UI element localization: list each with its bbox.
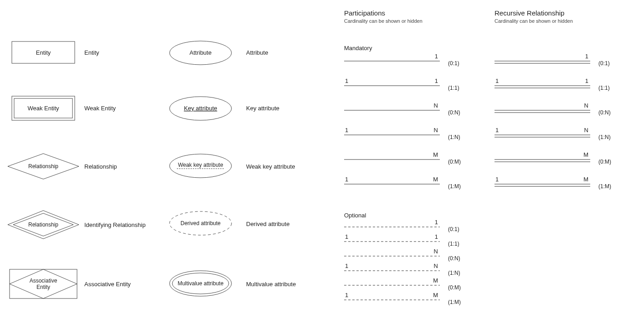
cardinality-row: N (0:N) xyxy=(495,100,631,125)
svg-text:1: 1 xyxy=(345,176,348,183)
cardinality-row: N (0:N) xyxy=(344,247,481,262)
cardinality-text: (0:N) xyxy=(448,109,460,116)
multivalue-attribute-shape: Multivalue attribute xyxy=(169,270,232,297)
weak-key-attribute-shape-text: Weak key attribute xyxy=(178,162,223,168)
cardinality-row: 1 (0:1) xyxy=(495,51,631,76)
svg-text:1: 1 xyxy=(345,233,348,240)
derived-attribute-label: Derived attribute xyxy=(246,221,289,227)
entity-label: Entity xyxy=(84,49,99,56)
recursive-rows: 1 (0:1) 1 1 (1:1) N (0:N) 1 N (1:N) xyxy=(495,51,631,199)
participations-subtitle: Cardinality can be shown or hidden xyxy=(344,18,422,24)
svg-text:1: 1 xyxy=(495,176,499,183)
cardinality-text: (0:1) xyxy=(448,60,459,67)
relationship-shape: Relationship xyxy=(7,153,80,180)
cardinality-row: M (0:M) xyxy=(344,276,481,291)
cardinality-row: 1 1 (1:1) xyxy=(495,76,631,100)
cardinality-text: (1:N) xyxy=(598,134,611,140)
svg-text:Entity: Entity xyxy=(36,284,50,290)
cardinality-row: 1 N (1:N) xyxy=(344,125,481,149)
svg-text:1: 1 xyxy=(585,53,588,60)
participations-title: Participations xyxy=(344,9,385,17)
identifying-relationship-shape-text: Relationship xyxy=(28,221,58,228)
cardinality-text: (1:1) xyxy=(598,85,610,91)
cardinality-row: 1 M (1:M) xyxy=(344,174,481,199)
cardinality-text: (0:M) xyxy=(598,159,611,165)
cardinality-text: (1:M) xyxy=(598,183,611,190)
cardinality-text: (1:M) xyxy=(448,299,461,305)
svg-text:1: 1 xyxy=(345,127,348,134)
weak-key-attribute-label: Weak key attribute xyxy=(246,163,295,170)
svg-text:M: M xyxy=(583,176,588,183)
svg-text:1: 1 xyxy=(495,77,499,84)
svg-text:N: N xyxy=(434,102,438,109)
derived-attribute-shape: Derived attribute xyxy=(169,211,232,236)
svg-text:1: 1 xyxy=(345,262,348,269)
svg-text:N: N xyxy=(434,248,438,255)
svg-text:N: N xyxy=(584,102,588,109)
svg-text:N: N xyxy=(584,127,588,134)
cardinality-text: (0:N) xyxy=(598,109,611,116)
cardinality-text: (1:1) xyxy=(448,85,459,91)
weak-entity-shape-text: Weak Entity xyxy=(27,105,59,112)
cardinality-text: (0:N) xyxy=(448,255,460,262)
cardinality-row: 1 (0:1) xyxy=(344,51,481,76)
cardinality-row: 1 N (1:N) xyxy=(344,262,481,276)
cardinality-row: 1 M (1:M) xyxy=(344,291,481,305)
cardinality-row: 1 1 (1:1) xyxy=(344,76,481,100)
mandatory-title: Mandatory xyxy=(344,45,372,51)
cardinality-text: (1:M) xyxy=(448,183,461,190)
cardinality-text: (1:1) xyxy=(448,241,459,247)
identifying-relationship-shape: Relationship xyxy=(7,210,80,240)
cardinality-text: (0:1) xyxy=(598,60,610,67)
recursive-title: Recursive Relationship xyxy=(495,9,564,17)
cardinality-text: (0:M) xyxy=(448,159,461,165)
svg-text:M: M xyxy=(433,176,438,183)
svg-text:M: M xyxy=(433,151,438,158)
svg-text:1: 1 xyxy=(435,233,438,240)
key-attribute-shape-text: Key attribute xyxy=(184,105,217,112)
cardinality-row: 1 (0:1) xyxy=(344,218,481,232)
cardinality-row: N (0:N) xyxy=(344,100,481,125)
recursive-subtitle: Cardinality can be shown or hidden xyxy=(495,18,573,24)
svg-text:1: 1 xyxy=(585,77,588,84)
attribute-shape-text: Attribute xyxy=(190,49,211,56)
svg-text:1: 1 xyxy=(345,292,348,298)
derived-attribute-shape-text: Derived attribute xyxy=(180,220,221,226)
key-attribute-label: Key attribute xyxy=(246,105,279,112)
associative-entity-label: Associative Entity xyxy=(84,281,131,288)
multivalue-attribute-shape-text: Multivalue attribute xyxy=(178,280,224,287)
svg-text:Associative: Associative xyxy=(30,278,57,284)
weak-entity-shape: Weak Entity xyxy=(11,96,75,121)
attribute-shape: Attribute xyxy=(169,40,232,66)
svg-text:M: M xyxy=(583,151,588,158)
entity-shape: Entity xyxy=(11,41,75,64)
optional-rows: 1 (0:1) 1 1 (1:1) N (0:N) 1 N (1:N) xyxy=(344,218,481,305)
weak-entity-label: Weak Entity xyxy=(84,105,116,112)
cardinality-row: 1 1 (1:1) xyxy=(344,232,481,247)
mandatory-rows: 1 (0:1) 1 1 (1:1) N (0:N) 1 N (1:N) xyxy=(344,51,481,199)
cardinality-row: M (0:M) xyxy=(495,149,631,174)
attribute-label: Attribute xyxy=(246,49,268,56)
svg-text:1: 1 xyxy=(495,127,499,134)
cardinality-text: (0:1) xyxy=(448,226,459,232)
cardinality-row: 1 N (1:N) xyxy=(495,125,631,149)
svg-text:1: 1 xyxy=(435,53,438,60)
svg-text:N: N xyxy=(434,127,438,134)
cardinality-text: (0:M) xyxy=(448,284,461,291)
cardinality-text: (1:N) xyxy=(448,134,460,140)
svg-text:N: N xyxy=(434,262,438,269)
associative-entity-shape: Associative Entity xyxy=(9,269,77,299)
svg-text:M: M xyxy=(433,277,438,284)
entity-shape-text: Entity xyxy=(36,49,51,56)
svg-text:1: 1 xyxy=(435,219,438,226)
key-attribute-shape: Key attribute xyxy=(169,96,232,121)
identifying-relationship-label: Identifying Relationship xyxy=(84,221,145,228)
svg-text:1: 1 xyxy=(345,77,348,84)
svg-text:1: 1 xyxy=(435,77,438,84)
cardinality-text: (1:N) xyxy=(448,270,460,276)
cardinality-row: 1 M (1:M) xyxy=(495,174,631,199)
cardinality-row: M (0:M) xyxy=(344,149,481,174)
weak-key-attribute-shape: Weak key attribute xyxy=(169,153,232,179)
multivalue-attribute-label: Multivalue attribute xyxy=(246,281,296,288)
erd-legend-diagram: Entity Entity Weak Entity Weak Entity Re… xyxy=(0,0,644,319)
